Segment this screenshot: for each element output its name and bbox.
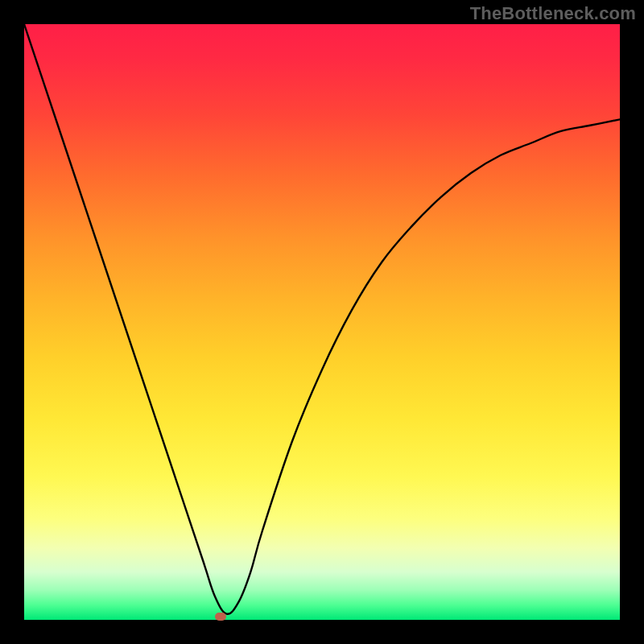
bottleneck-curve: [24, 24, 620, 614]
plot-area: [24, 24, 620, 620]
watermark-text: TheBottleneck.com: [470, 3, 636, 24]
chart-frame: TheBottleneck.com: [0, 0, 644, 644]
optimal-point-marker: [215, 613, 226, 621]
curve-layer: [24, 24, 620, 620]
